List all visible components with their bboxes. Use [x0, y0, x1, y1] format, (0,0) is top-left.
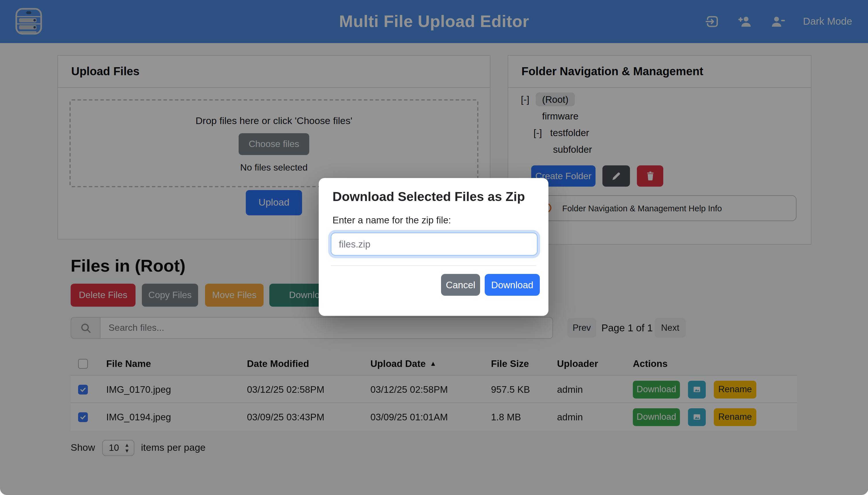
modal-download-button[interactable]: Download — [485, 274, 540, 296]
modal-divider — [331, 265, 537, 266]
modal-title: Download Selected Files as Zip — [333, 189, 525, 204]
app-window: Multi File Upload Editor Dark Mode — [0, 0, 868, 495]
cancel-button[interactable]: Cancel — [441, 274, 480, 296]
zip-name-input[interactable] — [331, 233, 538, 256]
zip-name-label: Enter a name for the zip file: — [333, 215, 451, 226]
download-zip-modal: Download Selected Files as Zip Enter a n… — [319, 178, 548, 316]
